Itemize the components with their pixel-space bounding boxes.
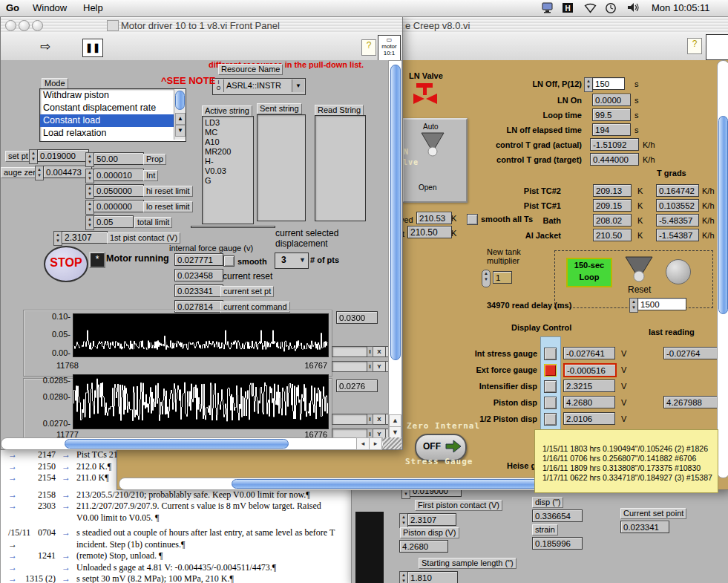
see-note-label: ^SEE NOTE <box>161 75 215 86</box>
ln-off-field[interactable]: 150 <box>592 77 625 90</box>
mode-item-selected[interactable]: Constant load <box>40 114 186 127</box>
motor-hscrollbar-thumb[interactable] <box>65 439 289 449</box>
pist-tc2-field: 209.13 <box>593 184 632 197</box>
scroll-up-icon[interactable]: ▲ <box>389 414 401 427</box>
clock-icon[interactable] <box>605 2 617 14</box>
ln-off-label: LN Off, P(12) <box>396 79 582 88</box>
set-pt-field[interactable]: 0.019000 <box>37 149 89 162</box>
new-tank-field[interactable]: 1 <box>493 271 512 284</box>
smooth-checkbox[interactable] <box>223 255 235 267</box>
motor-10-1-icon[interactable]: ▭motor10:1 <box>378 35 401 61</box>
unit-label: K/h <box>702 231 715 240</box>
loop-150s-button[interactable]: 150-sec Loop <box>566 258 612 287</box>
chart2-xscale-control[interactable]: ‖ X 8.88 <box>332 414 388 425</box>
current-set-point-field[interactable]: 0.023341 <box>620 521 669 533</box>
zoom-button[interactable] <box>32 20 43 31</box>
pist-tc2-label: Pist TC#2 <box>472 186 561 195</box>
chevron-down-icon[interactable]: ▼ <box>292 79 304 92</box>
menu-go[interactable]: Go <box>6 2 19 13</box>
pts-dropdown[interactable]: 3 ▼ <box>275 253 309 269</box>
mode-scrollbar[interactable]: ▲ ▼ <box>174 89 186 140</box>
x-scale-icon[interactable]: X <box>373 346 386 357</box>
chart2-plot[interactable] <box>73 374 329 429</box>
chart1-plot[interactable] <box>73 313 329 357</box>
resource-dropdown[interactable]: IO ASRL4::INSTR ▼ <box>212 78 306 95</box>
scroll-down-icon[interactable]: ▼ <box>175 125 186 137</box>
contact-field[interactable]: 2.3107 <box>62 231 108 244</box>
vi-icon-box[interactable] <box>706 34 728 60</box>
int-field[interactable]: 0.000010 <box>94 169 144 181</box>
hi-reset-field[interactable]: 0.050000 <box>94 184 144 197</box>
first-piston-contact-label: First piston contact (V) <box>415 500 502 511</box>
chart1-yscale-control[interactable]: ‖ Y 9.99 <box>332 361 388 372</box>
help-button[interactable]: ? <box>361 39 376 56</box>
pts-value: 3 <box>281 255 286 265</box>
new-tank-spinner[interactable]: ▲▼ <box>482 270 491 287</box>
mode-item[interactable]: Constant displacement rate <box>40 102 186 114</box>
motor-titlebar[interactable]: Motor driver 10 to 1 v8.vi Front Panel <box>1 17 402 34</box>
display-icon[interactable] <box>542 2 554 13</box>
creep-vscrollbar-thumb[interactable] <box>718 116 728 314</box>
scroll-up-icon[interactable]: ▲ <box>175 113 186 125</box>
strain-field[interactable]: 0.185996 <box>532 537 583 550</box>
resize-grip[interactable] <box>383 437 401 449</box>
smooth-all-label: smooth all Ts <box>481 215 533 224</box>
help-button[interactable]: ? <box>687 38 702 54</box>
motor-vscrollbar-thumb[interactable] <box>390 65 401 360</box>
tgrad-target-field[interactable]: 0.444000 <box>590 153 639 166</box>
motor-running-led[interactable]: * <box>89 252 105 268</box>
svg-text:H: H <box>565 4 570 13</box>
mode-item[interactable]: Withdraw piston <box>40 89 186 102</box>
airport-icon[interactable] <box>583 2 597 13</box>
creep-vscrollbar[interactable] <box>717 60 728 478</box>
chart1-xscale-control[interactable]: ‖ X 8.88 <box>332 346 388 357</box>
read-delay-field[interactable]: 1500 <box>637 298 686 310</box>
run-button[interactable]: ⇨ <box>36 39 54 56</box>
ext-force-gauge-button[interactable] <box>544 364 557 377</box>
int-stress-gauge-button[interactable] <box>544 348 557 360</box>
piston-disp-field[interactable]: 4.2680 <box>399 540 448 553</box>
log-row: →1241 → (remote) Stop, unload. ¶ <box>1 550 350 562</box>
menu-help[interactable]: Help <box>83 2 103 13</box>
total-limit-field[interactable]: 0.05 <box>94 215 134 228</box>
pause-button[interactable]: ❚❚ <box>82 39 103 57</box>
indicator-circle[interactable] <box>666 259 691 284</box>
read-string-list[interactable] <box>315 115 366 221</box>
motor-window-title: Motor driver 10 to 1 v8.vi Front Panel <box>121 20 280 31</box>
scroll-right-icon[interactable]: ▸ <box>369 437 382 450</box>
scroll-left-icon[interactable]: ◂ <box>356 437 370 450</box>
first-piston-contact-field[interactable]: 2.3107 <box>407 513 456 526</box>
motor-vscrollbar[interactable]: ▲ ▼ <box>388 60 402 439</box>
y-scale-icon[interactable]: Y <box>373 429 386 437</box>
volume-icon[interactable] <box>627 2 641 13</box>
y-scale-icon[interactable]: Y <box>373 361 386 372</box>
mode-item[interactable]: Load relaxation <box>40 127 186 140</box>
chart2-yscale-control[interactable]: ‖ Y 9.99 <box>332 429 388 437</box>
active-string-list[interactable]: LD3 MC A10 MR200 H- V0.03 G <box>202 116 254 224</box>
sent-string-list[interactable] <box>257 114 306 221</box>
piston-disp-button[interactable] <box>544 397 557 409</box>
stop-button[interactable]: STOP <box>44 246 88 282</box>
menu-clock[interactable]: Mon 10:05:11 <box>652 2 710 13</box>
lo-reset-field[interactable]: 0.000000 <box>94 200 144 212</box>
minimize-button[interactable] <box>19 20 30 31</box>
reset-knob-icon[interactable] <box>623 255 655 284</box>
sample-length-field[interactable]: 1.810 <box>407 571 458 583</box>
mode-scrollbar-thumb[interactable] <box>175 91 185 110</box>
x-scale-icon[interactable]: X <box>373 414 386 425</box>
chart1-xtick-left: 11768 <box>56 361 79 370</box>
intensifier-disp-button[interactable] <box>544 380 557 393</box>
close-button[interactable] <box>5 20 16 31</box>
half-piston-disp-button[interactable] <box>544 413 557 426</box>
disp-field[interactable]: 0.336654 <box>532 509 583 522</box>
pist-tc1-label: Pist TC#1 <box>472 201 561 210</box>
mode-listbox[interactable]: Withdraw piston Constant displacement ra… <box>39 88 186 142</box>
smooth-all-checkbox[interactable] <box>467 214 478 225</box>
menu-window[interactable]: Window <box>33 2 67 13</box>
unit-label: V <box>621 365 626 374</box>
unit-label: V <box>621 414 626 423</box>
motor-hscrollbar[interactable]: ◂ ▸ <box>1 437 384 450</box>
h-box-icon[interactable]: H <box>562 2 574 13</box>
ifg-field-1: 0.023458 <box>174 269 223 281</box>
prop-field[interactable]: 50.00 <box>94 152 144 165</box>
